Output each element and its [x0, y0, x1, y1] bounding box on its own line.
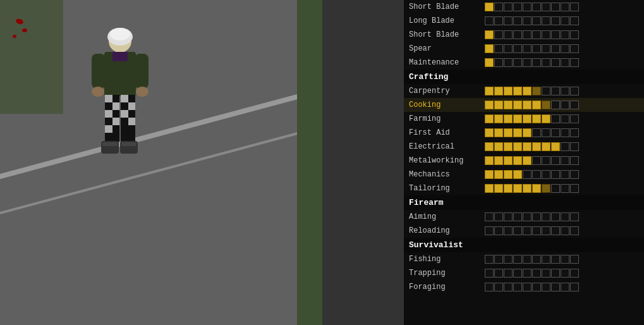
xp-cell	[494, 184, 503, 193]
xp-cell	[523, 58, 532, 67]
xp-cell	[485, 101, 494, 109]
skill-label-short-blade: Short Blade	[409, 30, 485, 39]
xp-cell	[532, 212, 541, 221]
xp-cell	[485, 255, 494, 264]
xp-cell	[570, 283, 579, 291]
skill-row-carpentry: Carpentry	[404, 84, 644, 98]
xp-cell	[542, 255, 550, 264]
skill-panel: Short Blade Long Blade	[404, 0, 644, 325]
xp-cell	[532, 255, 541, 264]
xp-cell	[570, 44, 579, 53]
xp-cell	[494, 30, 503, 39]
xp-cell	[561, 255, 569, 264]
xp-cell	[551, 3, 560, 11]
xp-cell	[523, 128, 532, 137]
xp-cell	[485, 30, 494, 39]
xp-cell	[570, 30, 579, 39]
xp-cell	[542, 114, 550, 123]
xp-bars-metalworking	[485, 156, 579, 165]
xp-cell	[485, 58, 494, 67]
xp-cell	[561, 3, 569, 11]
xp-cell	[551, 16, 560, 25]
xp-cell	[504, 87, 513, 95]
survivalist-label: Survivalist	[409, 240, 463, 250]
xp-cell	[551, 142, 560, 151]
xp-cell	[513, 184, 522, 193]
xp-cell	[542, 142, 550, 151]
xp-cell	[551, 128, 560, 137]
xp-cell	[532, 156, 541, 165]
svg-rect-24	[128, 102, 135, 110]
svg-point-8	[136, 87, 149, 97]
svg-rect-18	[112, 118, 119, 125]
xp-cell	[523, 3, 532, 11]
xp-cell	[561, 128, 569, 137]
xp-bars-cooking	[485, 101, 579, 109]
xp-cell	[570, 58, 579, 67]
crafting-section-header: Crafting	[404, 70, 644, 84]
xp-bars-foraging	[485, 283, 579, 291]
xp-cell	[551, 87, 560, 95]
xp-cell	[551, 114, 560, 123]
xp-cell	[494, 142, 503, 151]
skill-label-carpentry: Carpentry	[409, 87, 485, 95]
xp-cell	[485, 87, 494, 95]
xp-cell	[523, 87, 532, 95]
xp-cell	[494, 3, 503, 11]
character	[82, 19, 158, 177]
xp-cell	[551, 226, 560, 235]
svg-rect-31	[102, 142, 118, 146]
skill-row-first-aid: First Aid	[404, 126, 644, 140]
crafting-label: Crafting	[409, 72, 448, 82]
skill-row-reloading: Reloading	[404, 224, 644, 238]
xp-cell	[570, 3, 579, 11]
xp-cell	[570, 87, 579, 95]
xp-cell	[504, 184, 513, 193]
svg-rect-13	[105, 102, 112, 110]
skill-row-tailoring: Tailoring	[404, 181, 644, 195]
blood-splatter-2	[22, 28, 27, 32]
xp-cell	[494, 269, 503, 278]
xp-cell	[504, 114, 513, 123]
skill-label-metalworking: Metalworking	[409, 156, 485, 165]
xp-cell	[513, 3, 522, 11]
svg-point-7	[92, 87, 104, 97]
xp-cell	[561, 184, 569, 193]
xp-cell	[504, 142, 513, 151]
xp-cell	[532, 170, 541, 179]
svg-rect-14	[112, 102, 119, 110]
xp-cell	[513, 16, 522, 25]
xp-cell	[494, 44, 503, 53]
xp-cell	[494, 212, 503, 221]
skill-label-long-blade: Long Blade	[409, 16, 485, 25]
xp-cell	[504, 30, 513, 39]
xp-cell	[504, 226, 513, 235]
xp-cell	[532, 3, 541, 11]
xp-cell	[523, 170, 532, 179]
xp-cell	[504, 44, 513, 53]
xp-cell	[551, 170, 560, 179]
xp-cell	[513, 226, 522, 235]
xp-cell	[570, 156, 579, 165]
svg-rect-16	[112, 110, 119, 118]
xp-cell	[532, 87, 541, 95]
skill-label-aiming: Aiming	[409, 212, 485, 221]
xp-cell	[551, 101, 560, 109]
xp-cell	[494, 170, 503, 179]
game-world	[0, 0, 322, 325]
xp-cell	[561, 212, 569, 221]
xp-cell	[485, 226, 494, 235]
xp-cell	[523, 226, 532, 235]
skill-label-tailoring: Tailoring	[409, 184, 485, 193]
xp-cell	[494, 283, 503, 291]
xp-cell	[523, 269, 532, 278]
xp-cell	[504, 212, 513, 221]
svg-rect-25	[121, 110, 128, 118]
xp-cell	[551, 255, 560, 264]
xp-bars-maintenance	[485, 58, 579, 67]
skill-label-cooking: Cooking	[409, 101, 485, 109]
svg-rect-27	[121, 118, 128, 125]
xp-cell	[551, 156, 560, 165]
xp-cell	[523, 283, 532, 291]
xp-cell	[532, 30, 541, 39]
